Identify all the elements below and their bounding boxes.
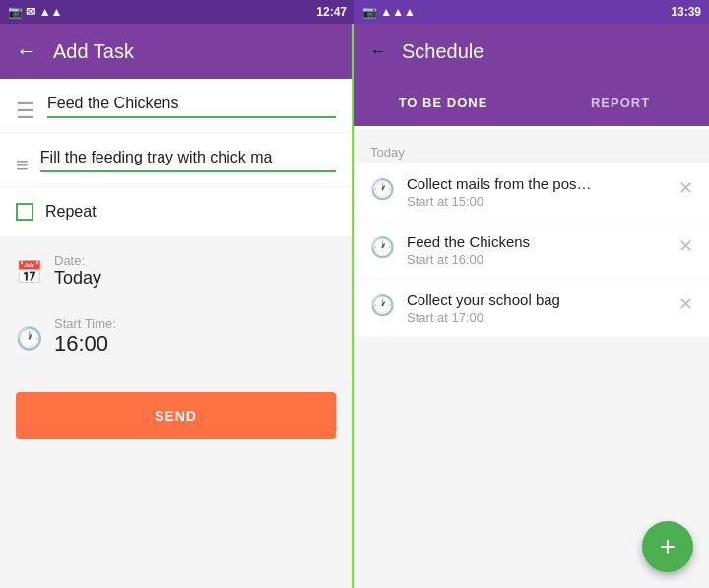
list-item: 🕐 Collect mails from the pos… Start at 1… xyxy=(354,163,709,221)
task-info: Collect mails from the pos… Start at 15:… xyxy=(407,175,667,209)
clock-icon: 🕐 xyxy=(16,326,42,352)
right-header: ← Schedule xyxy=(354,24,709,79)
task-close-button[interactable]: ✕ xyxy=(678,235,693,257)
right-panel-title: Schedule xyxy=(402,40,483,63)
date-section: Date: Today xyxy=(54,253,101,289)
time-label: Start Time: xyxy=(54,316,116,331)
left-panel-title: Add Task xyxy=(53,40,134,63)
right-status-bar: 📷 ▲▲▲ 13:39 xyxy=(354,0,709,24)
date-row[interactable]: 📅 Date: Today xyxy=(0,237,352,304)
repeat-row: Repeat xyxy=(0,187,352,236)
repeat-label: Repeat xyxy=(45,203,97,221)
task-time: Start at 17:00 xyxy=(407,310,667,325)
clock-icon: 🕐 xyxy=(370,177,395,201)
task-time: Start at 16:00 xyxy=(407,252,667,267)
left-status-time: 12:47 xyxy=(316,5,347,19)
tab-to-be-done[interactable]: TO BE DONE xyxy=(354,79,532,126)
task-desc-input[interactable] xyxy=(40,149,336,172)
task-name-input[interactable] xyxy=(47,95,336,118)
fab-add-button[interactable]: + xyxy=(642,521,693,572)
task-desc-icon: ≡ xyxy=(16,153,29,178)
today-label: Today xyxy=(354,137,709,163)
task-name: Collect mails from the pos… xyxy=(407,175,667,192)
date-value: Today xyxy=(54,268,101,289)
left-content: ☰ ≡ Repeat 📅 Date: Today xyxy=(0,79,352,588)
task-info: Collect your school bag Start at 17:00 xyxy=(407,292,667,325)
schedule-tabs: TO BE DONE REPORT xyxy=(354,79,709,129)
task-name: Collect your school bag xyxy=(407,292,667,308)
task-time: Start at 15:00 xyxy=(407,194,667,209)
task-close-button[interactable]: ✕ xyxy=(678,294,693,315)
left-status-icons: 📷 ✉ ▲▲ xyxy=(8,5,62,19)
task-close-button[interactable]: ✕ xyxy=(678,177,693,199)
left-status-bar: 📷 ✉ ▲▲ 12:47 xyxy=(0,0,354,24)
repeat-checkbox[interactable] xyxy=(16,203,33,221)
clock-icon: 🕐 xyxy=(370,294,395,317)
time-row[interactable]: 🕐 Start Time: 16:00 xyxy=(0,304,352,368)
calendar-icon: 📅 xyxy=(16,260,42,286)
time-value: 16:00 xyxy=(54,331,116,357)
left-header: ← Add Task xyxy=(0,24,352,79)
date-label: Date: xyxy=(54,253,101,268)
task-desc-row: ≡ xyxy=(0,133,352,186)
time-section: Start Time: 16:00 xyxy=(54,316,116,357)
add-task-panel: ← Add Task ☰ ≡ Repeat 📅 xyxy=(0,24,354,588)
schedule-panel: ← Schedule TO BE DONE REPORT Today 🕐 Col… xyxy=(354,24,709,588)
task-name: Feed the Chickens xyxy=(407,233,667,250)
send-button[interactable]: SEND xyxy=(16,392,336,439)
clock-icon: 🕐 xyxy=(370,235,395,259)
task-list: Today 🕐 Collect mails from the pos… Star… xyxy=(354,129,709,588)
left-back-button[interactable]: ← xyxy=(16,38,37,64)
right-status-time: 13:39 xyxy=(671,5,701,19)
task-name-row: ☰ xyxy=(0,79,352,132)
tab-report[interactable]: REPORT xyxy=(532,79,709,126)
right-back-button[interactable]: ← xyxy=(370,42,386,60)
task-info: Feed the Chickens Start at 16:00 xyxy=(407,233,667,267)
right-status-icons: 📷 ▲▲▲ xyxy=(362,5,416,19)
list-item: 🕐 Collect your school bag Start at 17:00… xyxy=(354,280,709,337)
task-name-icon: ☰ xyxy=(16,98,35,124)
right-wrapper: Today 🕐 Collect mails from the pos… Star… xyxy=(354,129,709,588)
list-item: 🕐 Feed the Chickens Start at 16:00 ✕ xyxy=(354,222,709,279)
